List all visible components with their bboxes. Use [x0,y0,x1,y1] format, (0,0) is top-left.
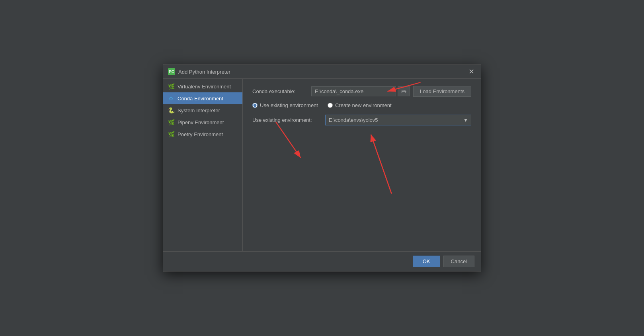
sidebar-label-pipenv: Pipenv Environment [178,119,224,125]
add-interpreter-dialog: PC Add Python Interpreter ✕ 🌿 Virtualenv… [163,64,481,272]
sidebar-item-system[interactable]: 🐍 System Interpreter [163,104,242,116]
sidebar-item-virtualenv[interactable]: 🌿 Virtualenv Environment [163,80,242,92]
existing-environment-select[interactable]: E:\conda\envs\yolov5 E:\conda\envs\base … [325,115,471,125]
dialog-body: 🌿 Virtualenv Environment ○ Conda Environ… [163,79,481,251]
conda-executable-input[interactable] [311,86,396,96]
app-icon: PC [168,68,175,75]
svg-line-2 [276,122,301,158]
sidebar-item-pipenv[interactable]: 🌿 Pipenv Environment [163,116,242,128]
conda-executable-row: Conda executable: 🗁 Load Environments [252,86,471,97]
radio-create-new[interactable] [328,103,333,108]
dialog-footer: OK Cancel [163,251,481,271]
sidebar-item-poetry[interactable]: 🌿 Poetry Environment [163,128,242,140]
radio-create-new-label: Create new environment [335,102,392,108]
main-content-panel: Conda executable: 🗁 Load Environments Us… [243,79,481,251]
poetry-icon: 🌿 [168,131,174,137]
cancel-button[interactable]: Cancel [443,256,474,267]
sidebar-label-system: System Interpreter [178,107,220,113]
dialog-title: Add Python Interpreter [178,69,464,75]
pipenv-icon: 🌿 [168,119,174,125]
radio-use-existing-label: Use existing environment [260,102,318,108]
conda-executable-input-wrap: 🗁 [311,86,410,96]
use-existing-env-label: Use existing environment: [252,117,322,123]
load-environments-button[interactable]: Load Environments [413,86,471,97]
sidebar-item-conda[interactable]: ○ Conda Environment [163,92,242,104]
interpreter-type-sidebar: 🌿 Virtualenv Environment ○ Conda Environ… [163,79,243,251]
radio-use-existing-option[interactable]: Use existing environment [252,102,318,108]
env-select-wrap: E:\conda\envs\yolov5 E:\conda\envs\base … [325,115,471,125]
sidebar-label-virtualenv: Virtualenv Environment [178,84,231,90]
sidebar-label-conda: Conda Environment [178,96,223,102]
close-button[interactable]: ✕ [467,68,476,75]
titlebar: PC Add Python Interpreter ✕ [163,65,481,79]
system-icon: 🐍 [168,107,174,113]
conda-icon: ○ [168,95,174,102]
svg-line-3 [371,135,392,194]
radio-create-new-option[interactable]: Create new environment [328,102,392,108]
conda-executable-label: Conda executable: [252,88,308,94]
radio-use-existing[interactable] [252,103,258,108]
use-existing-env-row: Use existing environment: E:\conda\envs\… [252,115,471,125]
ok-button[interactable]: OK [413,256,440,267]
browse-folder-button[interactable]: 🗁 [398,86,410,96]
sidebar-label-poetry: Poetry Environment [178,131,223,137]
virtualenv-icon: 🌿 [168,83,174,90]
environment-type-radio-group: Use existing environment Create new envi… [252,102,471,108]
